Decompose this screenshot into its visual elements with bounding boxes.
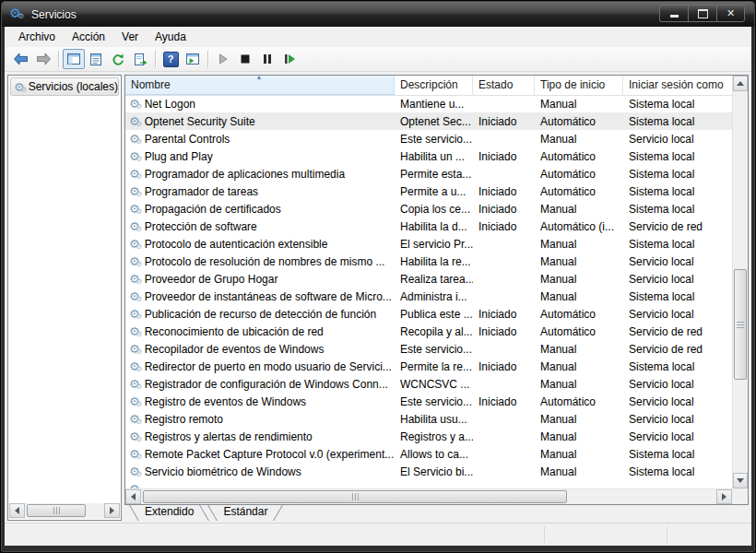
tree-item-servicios-locales[interactable]: ⚙⚙ Servicios (locales) — [10, 77, 119, 96]
cell-logon: Sistema local — [623, 290, 732, 303]
table-row[interactable]: ⚙⚙Registro remotoHabilita usu...ManualSe… — [125, 410, 732, 428]
cell-status: Iniciado — [473, 185, 535, 198]
maximize-button[interactable] — [688, 5, 716, 22]
help-button[interactable]: ? — [159, 49, 182, 69]
service-name: Protocolo de autenticación extensible — [145, 238, 328, 251]
menu-ayuda[interactable]: Ayuda — [147, 29, 195, 45]
service-name: Reconocimiento de ubicación de red — [145, 325, 324, 338]
table-row[interactable]: ⚙⚙Parental ControlsEste servicio...Manua… — [125, 130, 732, 147]
close-button[interactable]: ✕ — [716, 5, 745, 22]
table-row[interactable]: ⚙⚙Registros y alertas de rendimientoRegi… — [125, 428, 732, 445]
cell-description: Realiza tarea... — [395, 273, 473, 286]
column-header-logon[interactable]: Iniciar sesión como — [623, 76, 734, 95]
cell-description: Habilita la re... — [395, 255, 473, 268]
table-row[interactable]: ⚙⚙Publicación de recurso de detección de… — [125, 305, 732, 323]
title-bar[interactable]: ⚙ ⚙ Servicios ✕ — [2, 2, 754, 27]
service-gear-icon: ⚙⚙ — [129, 465, 140, 477]
sort-ascending-icon: ▲ — [256, 76, 263, 80]
table-row[interactable]: ⚙⚙Proveedor de instantáneas de software … — [125, 288, 732, 305]
help-icon: ? — [163, 52, 179, 67]
service-gear-icon: ⚙⚙ — [129, 168, 140, 180]
services-panel: ▲NombreDescripciónEstadoTipo de inicioIn… — [124, 75, 749, 521]
cell-logon: Servicio de red — [623, 343, 732, 356]
cell-status: Iniciado — [473, 150, 535, 163]
scrollbar-thumb[interactable] — [27, 504, 86, 517]
table-row[interactable]: ⚙⚙Registrador de configuración de Window… — [125, 375, 732, 393]
cell-status: Iniciado — [473, 220, 535, 233]
status-divider — [544, 526, 545, 543]
table-row[interactable]: ⚙⚙Recopilador de eventos de WindowsEste … — [125, 340, 732, 358]
service-name: Optenet Security Suite — [145, 115, 255, 128]
cell-startup: Manual — [535, 378, 623, 391]
back-button[interactable] — [10, 49, 32, 69]
stop-service-button[interactable] — [234, 49, 256, 69]
show-action-pane-button[interactable] — [182, 49, 204, 69]
column-header-status[interactable]: Estado — [473, 76, 535, 95]
scroll-up-button[interactable] — [733, 76, 748, 91]
menu-accion[interactable]: Acción — [64, 29, 113, 45]
table-row[interactable]: ⚙⚙Proveedor de Grupo HogarRealiza tarea.… — [125, 270, 732, 288]
cell-logon: Servicio local — [623, 430, 732, 443]
cell-logon: Servicio de red — [623, 325, 732, 338]
table-row[interactable]: ⚙⚙Reconocimiento de ubicación de redReco… — [125, 323, 732, 340]
table-row[interactable]: ⚙⚙Propagación de certificadosCopia los c… — [125, 200, 732, 218]
show-console-tree-button[interactable] — [63, 49, 85, 69]
services-window: ⚙ ⚙ Servicios ✕ ArchivoAcciónVerAyuda — [0, 0, 756, 553]
minimize-button[interactable] — [659, 5, 688, 22]
start-service-button[interactable] — [212, 49, 234, 69]
cell-status: Iniciado — [473, 308, 535, 321]
export-list-button[interactable] — [129, 49, 151, 69]
pause-service-button[interactable] — [256, 49, 278, 69]
service-name: Proveedor de instantáneas de software de… — [145, 290, 392, 303]
scroll-left-button[interactable] — [125, 489, 141, 504]
play-icon — [218, 53, 229, 65]
column-header-name[interactable]: ▲Nombre — [125, 76, 395, 95]
table-row[interactable]: ⚙⚙Protocolo de autenticación extensibleE… — [125, 235, 732, 253]
menu-archivo[interactable]: Archivo — [10, 29, 64, 45]
cell-startup: Manual — [535, 465, 623, 478]
table-row[interactable]: ⚙⚙Redirector de puerto en modo usuario d… — [125, 358, 732, 375]
refresh-button[interactable] — [107, 49, 129, 69]
cell-logon: Servicio local — [623, 378, 732, 391]
column-label: Nombre — [131, 78, 171, 91]
column-label: Tipo de inicio — [540, 78, 605, 91]
forward-button[interactable] — [32, 49, 54, 69]
table-row[interactable]: ⚙⚙Net LogonMantiene u...ManualSistema lo… — [125, 95, 732, 112]
table-row[interactable]: ⚙⚙Protección de softwareHabilita la d...… — [125, 218, 732, 235]
table-row[interactable]: ⚙⚙Registro de eventos de WindowsEste ser… — [125, 393, 732, 410]
vertical-scrollbar[interactable] — [732, 76, 748, 488]
cell-description: WCNCSVC ... — [395, 378, 473, 391]
table-row[interactable]: ⚙⚙Protocolo de resolución de nombres de … — [125, 253, 732, 270]
column-header-description[interactable]: Descripción — [395, 76, 473, 95]
scrollbar-thumb[interactable] — [734, 269, 747, 380]
service-gear-icon: ⚙⚙ — [129, 395, 140, 407]
scroll-left-button[interactable] — [9, 503, 25, 518]
properties-icon — [89, 53, 103, 66]
table-row[interactable]: ⚙⚙ — [125, 480, 732, 488]
tab-estandar[interactable]: Estándar — [208, 505, 282, 521]
scroll-right-button[interactable] — [104, 503, 120, 518]
cell-name: ⚙⚙Redirector de puerto en modo usuario d… — [125, 360, 395, 373]
scrollbar-thumb[interactable] — [143, 490, 567, 503]
table-row[interactable]: ⚙⚙Plug and PlayHabilita un ...IniciadoAu… — [125, 147, 732, 165]
restart-service-button[interactable] — [278, 49, 301, 69]
table-row[interactable]: ⚙⚙Servicio biométrico de WindowsEl Servi… — [125, 463, 732, 480]
scroll-down-button[interactable] — [733, 473, 748, 488]
table-row[interactable]: ⚙⚙Programador de aplicaciones multimedia… — [125, 165, 732, 182]
table-row[interactable]: ⚙⚙Optenet Security SuiteOptenet Sec...In… — [125, 112, 732, 130]
scroll-right-button[interactable] — [716, 489, 732, 504]
service-gear-icon: ⚙⚙ — [129, 203, 140, 215]
tree-horizontal-scrollbar[interactable] — [9, 503, 120, 519]
horizontal-scrollbar[interactable] — [125, 488, 732, 504]
properties-button[interactable] — [85, 49, 107, 69]
cell-name: ⚙⚙Programador de tareas — [125, 185, 395, 198]
table-row[interactable]: ⚙⚙Programador de tareasPermite a u...Ini… — [125, 182, 732, 200]
tab-extendido[interactable]: Extendido — [130, 505, 208, 521]
cell-name: ⚙⚙Publicación de recurso de detección de… — [125, 308, 395, 321]
cell-startup: Automático — [535, 150, 623, 163]
menu-ver[interactable]: Ver — [113, 29, 147, 45]
cell-startup: Automático — [535, 325, 623, 338]
table-row[interactable]: ⚙⚙Remote Packet Capture Protocol v.0 (ex… — [125, 445, 732, 463]
column-header-startup[interactable]: Tipo de inicio — [535, 76, 623, 95]
service-gear-icon: ⚙⚙ — [129, 360, 140, 372]
